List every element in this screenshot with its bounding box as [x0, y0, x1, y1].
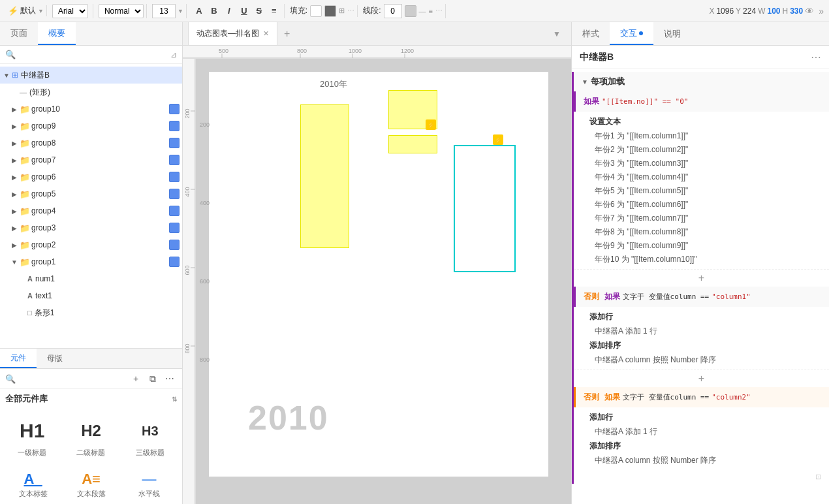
visibility-icon[interactable]: 👁 — [805, 6, 814, 16]
layer-item-group2[interactable]: ▶ 📁 group2 — [0, 236, 182, 253]
component-library-header: 全部元件库 ⇅ — [0, 389, 182, 409]
canvas-add-tab-btn[interactable]: + — [277, 22, 296, 45]
layer-arrow-group2: ▶ — [10, 242, 18, 249]
condition-block-2: 否则 如果 文字于 变量值column == "column1" — [574, 287, 829, 307]
comp-add-btn[interactable]: + — [129, 371, 143, 386]
comp-text-para[interactable]: A≡ 文本段落 — [63, 468, 119, 501]
italic-button[interactable]: I — [222, 4, 236, 18]
layer-vis-group7[interactable] — [169, 155, 180, 165]
layer-vis-group4[interactable] — [169, 206, 180, 216]
tab-interact[interactable]: 交互 — [610, 22, 653, 45]
layer-item-group8[interactable]: ▶ 📁 group8 — [0, 134, 182, 151]
canvas-tab-overflow-btn[interactable]: ▼ — [548, 29, 566, 39]
tab-note[interactable]: 说明 — [653, 22, 691, 45]
layer-item-group1[interactable]: ▼ 📁 group1 — [0, 253, 182, 270]
stroke-color[interactable] — [405, 5, 416, 17]
font-family-select[interactable]: Arial — [52, 4, 88, 18]
comp-h2[interactable]: H2 二级标题 — [64, 414, 117, 460]
layer-name-repeater-b: 中继器B — [21, 70, 180, 81]
comp-h1[interactable]: H1 一级标题 — [5, 414, 59, 460]
layer-item-num1[interactable]: A num1 — [0, 270, 182, 287]
layer-vis-group2[interactable] — [169, 240, 180, 250]
expand-more-icon[interactable]: » — [819, 6, 824, 16]
comp-h3[interactable]: H3 三级标题 — [123, 414, 177, 460]
underline-button[interactable]: U — [237, 4, 251, 18]
layer-vis-group6[interactable] — [169, 172, 180, 182]
fill-options-btn[interactable]: ⋯ — [347, 7, 354, 15]
canvas-tab-main[interactable]: 动态图表—排名图 ✕ — [188, 22, 277, 45]
font-style-select[interactable]: Normal — [99, 4, 144, 18]
layer-icon-num1: A — [27, 275, 33, 283]
layer-icon-group6: 📁 — [20, 172, 30, 182]
action-item-addsort-3: 中继器A column 按照 Number 降序 — [589, 454, 821, 467]
action-item-col6: 年份6 为 "[[Item.column6]]" — [589, 198, 821, 212]
fill-gradient-btn[interactable]: ⊞ — [339, 7, 345, 15]
comp-search-input[interactable] — [18, 374, 126, 383]
bold-b-button[interactable]: B — [207, 4, 221, 18]
stroke-style-btn[interactable]: — — [419, 7, 426, 15]
stroke-align-btn[interactable]: ≡ — [429, 7, 433, 15]
comp-text-label[interactable]: A_ 文本标签 — [5, 468, 61, 501]
canvas-surface: 2010年 ⚡ ⚡ 2010 200 — [209, 72, 548, 477]
layer-vis-group9[interactable] — [169, 121, 180, 131]
svg-text:800: 800 — [297, 48, 307, 54]
list-button[interactable]: ≡ — [267, 4, 281, 18]
fill-color-white[interactable] — [310, 5, 322, 17]
coord-w-value: 100 — [767, 7, 780, 16]
action-item-col8: 年份8 为 "[[Item.column8]]" — [589, 225, 821, 239]
layer-item-bar1[interactable]: □ 条形1 — [0, 304, 182, 321]
event-header-onload[interactable]: ▼ 每项加载 — [574, 72, 829, 91]
comp-h2-preview: H2 — [71, 417, 110, 445]
ruler-label-200: 200 — [200, 121, 209, 128]
comp-horiz-line[interactable]: — 水平线 — [121, 468, 177, 501]
event-section-onload: ▼ 每项加载 如果 "[[Item.no]]" == "0" 设置文本 年份1 … — [572, 72, 829, 484]
layer-item-group10[interactable]: ▶ 📁 group10 — [0, 101, 182, 118]
svg-text:400: 400 — [184, 187, 191, 197]
layer-vis-group1[interactable] — [169, 257, 180, 267]
panel-more-icon[interactable]: ⋯ — [811, 51, 821, 63]
layer-name-rect: (矩形) — [29, 87, 180, 98]
layer-item-group9[interactable]: ▶ 📁 group9 — [0, 118, 182, 134]
canvas-viewport[interactable]: 2010年 ⚡ ⚡ 2010 200 — [196, 59, 571, 504]
font-size-input[interactable] — [152, 4, 176, 18]
layer-item-group3[interactable]: ▶ 📁 group3 — [0, 219, 182, 236]
comp-h3-preview: H3 — [131, 417, 170, 445]
tab-overview[interactable]: 概要 — [38, 22, 76, 45]
stroke-value-input[interactable] — [384, 4, 402, 18]
comp-copy-btn[interactable]: ⧉ — [146, 371, 160, 386]
svg-text:500: 500 — [219, 48, 228, 54]
sort-icon[interactable]: ⊿ — [170, 50, 177, 59]
layer-vis-group10[interactable] — [169, 104, 180, 114]
layer-item-rect[interactable]: — (矩形) — [0, 84, 182, 101]
add-condition-btn-2[interactable]: + — [574, 370, 829, 387]
fill-color-gray[interactable] — [324, 5, 336, 17]
comp-more-btn[interactable]: ⋯ — [163, 371, 177, 386]
strikethrough-button[interactable]: S — [252, 4, 266, 18]
layer-item-group6[interactable]: ▶ 📁 group6 — [0, 168, 182, 185]
layer-vis-group5[interactable] — [169, 189, 180, 199]
layer-search-input[interactable] — [18, 50, 168, 59]
chart-year-bg: 2010 — [248, 398, 329, 437]
tab-master[interactable]: 母版 — [37, 349, 73, 368]
action-title-settext: 设置文本 — [589, 114, 821, 129]
layer-item-group7[interactable]: ▶ 📁 group7 — [0, 151, 182, 168]
layer-vis-group8[interactable] — [169, 138, 180, 148]
condition-string-3: "column2" — [712, 393, 751, 402]
tab-component[interactable]: 元件 — [0, 349, 37, 368]
coord-h-value: 330 — [790, 7, 803, 16]
layer-item-text1[interactable]: A text1 — [0, 287, 182, 304]
canvas-tab-close-icon[interactable]: ✕ — [263, 29, 269, 38]
bold-button[interactable]: A — [192, 4, 206, 18]
layer-item-group4[interactable]: ▶ 📁 group4 — [0, 202, 182, 219]
tab-pages[interactable]: 页面 — [0, 22, 38, 45]
lib-arrow-icon[interactable]: ⇅ — [172, 396, 177, 403]
tab-style[interactable]: 样式 — [572, 22, 610, 45]
canvas-tab-name: 动态图表—排名图 — [196, 28, 259, 39]
chart-bar-yellow-1 — [300, 104, 349, 248]
layer-vis-group3[interactable] — [169, 223, 180, 233]
add-condition-btn-1[interactable]: + — [574, 269, 829, 287]
stroke-more-btn[interactable]: ⋯ — [435, 7, 443, 15]
layer-item-repeater-b[interactable]: ▼ ⊞ 中继器B — [0, 67, 182, 84]
toolbar-default-arrow: ▼ — [38, 8, 44, 14]
layer-item-group5[interactable]: ▶ 📁 group5 — [0, 185, 182, 202]
